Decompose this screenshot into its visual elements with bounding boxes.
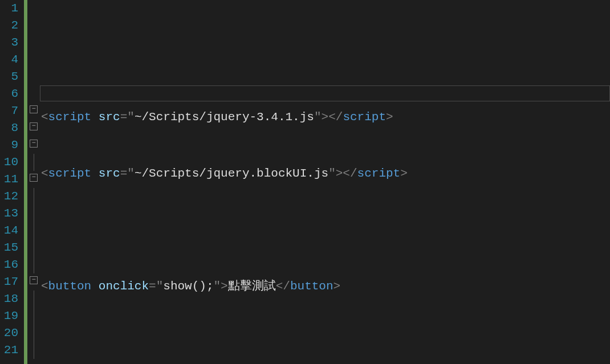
fold-guide — [34, 222, 34, 239]
line-number: 1 — [0, 0, 18, 17]
code-line[interactable] — [40, 334, 610, 351]
line-number: 18 — [0, 291, 18, 308]
code-line[interactable] — [40, 52, 610, 69]
line-number: 8 — [0, 120, 18, 137]
fold-guide — [34, 291, 34, 308]
line-number: 13 — [0, 205, 18, 222]
fold-guide — [34, 205, 34, 222]
fold-toggle-icon[interactable]: − — [30, 122, 38, 130]
line-number: 21 — [0, 342, 18, 359]
line-number: 19 — [0, 308, 18, 325]
line-number: 12 — [0, 188, 18, 205]
line-number: 4 — [0, 51, 18, 68]
code-line[interactable]: <button onclick="show();">點擊測試</button> — [40, 278, 610, 295]
line-number: 5 — [0, 68, 18, 85]
fold-toggle-icon[interactable]: − — [30, 105, 38, 113]
fold-toggle-icon[interactable]: − — [30, 140, 38, 148]
line-number: 15 — [0, 239, 18, 256]
fold-gutter[interactable]: − − − − − — [27, 0, 40, 364]
fold-guide — [34, 308, 34, 325]
fold-guide — [34, 188, 34, 205]
code-editor[interactable]: 1 2 3 4 5 6 7 8 9 10 11 12 13 14 15 16 1… — [0, 0, 610, 364]
code-area[interactable]: <script src="~/Scripts/jquery-3.4.1.js">… — [40, 0, 610, 364]
line-number: 11 — [0, 171, 18, 188]
line-number: 3 — [0, 34, 18, 51]
code-line[interactable]: <script src="~/Scripts/jquery-3.4.1.js">… — [40, 109, 610, 126]
fold-guide — [34, 154, 34, 171]
fold-toggle-icon[interactable]: − — [30, 276, 38, 284]
fold-guide — [34, 342, 34, 359]
line-number: 17 — [0, 273, 18, 291]
fold-toggle-icon[interactable]: − — [30, 174, 38, 182]
line-number: 2 — [0, 17, 18, 34]
fold-guide — [34, 256, 34, 273]
line-number-gutter: 1 2 3 4 5 6 7 8 9 10 11 12 13 14 15 16 1… — [0, 0, 24, 364]
code-line[interactable]: <script src="~/Scripts/jquery.blockUI.js… — [40, 165, 610, 182]
code-line[interactable] — [40, 222, 610, 239]
fold-guide — [34, 239, 34, 256]
line-number: 20 — [0, 325, 18, 342]
fold-guide — [34, 325, 34, 342]
line-number: 14 — [0, 222, 18, 239]
line-number: 6 — [0, 85, 18, 103]
line-number: 9 — [0, 137, 18, 154]
line-number: 16 — [0, 256, 18, 273]
line-number: 7 — [0, 103, 18, 120]
current-line-highlight — [40, 85, 610, 101]
line-number: 10 — [0, 154, 18, 171]
